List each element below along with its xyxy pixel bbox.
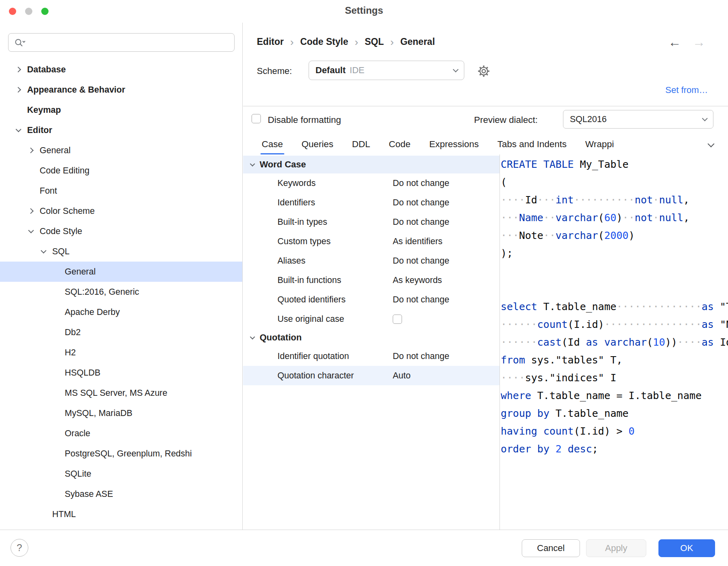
setting-row-built-in-types: Built-in typesDo not change bbox=[243, 212, 499, 232]
sidebar-item-h2[interactable]: H2 bbox=[0, 342, 243, 363]
cancel-button[interactable]: Cancel bbox=[522, 539, 580, 557]
search-icon bbox=[13, 37, 26, 48]
sidebar-item-oracle[interactable]: Oracle bbox=[0, 423, 243, 444]
tab-code[interactable]: Code bbox=[379, 135, 420, 154]
chevron-right-icon[interactable] bbox=[28, 208, 34, 214]
tab-queries[interactable]: Queries bbox=[292, 135, 343, 154]
custom-types-value-dropdown[interactable]: As identifiers bbox=[393, 237, 442, 247]
breadcrumb: Editor›Code Style›SQL›General bbox=[257, 36, 435, 47]
apply-button[interactable]: Apply bbox=[586, 539, 646, 557]
sidebar-item-sqlite[interactable]: SQLite bbox=[0, 464, 243, 484]
code-token: as bbox=[702, 336, 714, 348]
sidebar-item-ms-sql-server-ms-azure[interactable]: MS SQL Server, MS Azure bbox=[0, 383, 243, 403]
scheme-label: Scheme: bbox=[257, 66, 292, 76]
scheme-suffix: IDE bbox=[350, 65, 365, 76]
code-token: ··· bbox=[501, 212, 519, 224]
sidebar-item-appearance-behavior[interactable]: Appearance & Behavior bbox=[0, 80, 243, 100]
sidebar-item-general[interactable]: General bbox=[0, 262, 243, 282]
sidebar-item-label: HTML bbox=[52, 509, 76, 520]
sidebar-item-sql-2016-generic[interactable]: SQL:2016, Generic bbox=[0, 282, 243, 302]
sidebar-item-html[interactable]: HTML bbox=[0, 504, 243, 524]
section-header-word-case[interactable]: Word Case bbox=[243, 156, 499, 173]
setting-label: Identifiers bbox=[277, 198, 393, 208]
code-token: count bbox=[543, 425, 574, 437]
code-token: ················ bbox=[604, 319, 702, 330]
tab-expressions[interactable]: Expressions bbox=[420, 135, 488, 154]
tab-tabs-and-indents[interactable]: Tabs and Indents bbox=[488, 135, 576, 154]
setting-label: Custom types bbox=[277, 237, 393, 247]
use-original-case-checkbox[interactable] bbox=[393, 315, 402, 324]
sidebar-item-apache-derby[interactable]: Apache Derby bbox=[0, 302, 243, 322]
built-in-functions-value-dropdown[interactable]: As keywords bbox=[393, 275, 442, 285]
forward-arrow-icon[interactable]: → bbox=[692, 35, 705, 50]
chevron-down-icon[interactable] bbox=[250, 334, 255, 340]
tabs-overflow-chevron-icon[interactable] bbox=[708, 141, 715, 148]
disable-formatting-checkbox[interactable] bbox=[252, 114, 261, 123]
chevron-down-icon[interactable] bbox=[41, 248, 47, 253]
sidebar-item-general[interactable]: General bbox=[0, 140, 243, 161]
code-token: Note bbox=[519, 230, 543, 241]
sidebar-item-sql[interactable]: SQL bbox=[0, 241, 243, 262]
sidebar-item-keymap[interactable]: Keymap bbox=[0, 100, 243, 120]
identifiers-value-dropdown[interactable]: Do not change bbox=[393, 198, 449, 208]
code-line: CREATE TABLE My_Table bbox=[501, 156, 728, 173]
quoted-identifiers-value-dropdown[interactable]: Do not change bbox=[393, 295, 449, 305]
chevron-down-icon[interactable] bbox=[28, 228, 34, 233]
code-token: order bbox=[501, 443, 531, 455]
sidebar-item-label: HSQLDB bbox=[65, 368, 100, 378]
breadcrumb-item-code-style[interactable]: Code Style bbox=[300, 36, 348, 47]
code-token bbox=[562, 443, 568, 455]
breadcrumb-separator: › bbox=[355, 37, 358, 47]
tab-case[interactable]: Case bbox=[252, 135, 292, 154]
sidebar-item-hsqldb[interactable]: HSQLDB bbox=[0, 363, 243, 383]
setting-row-built-in-functions: Built-in functionsAs keywords bbox=[243, 270, 499, 290]
section-header-quotation[interactable]: Quotation bbox=[243, 329, 499, 346]
sidebar-item-mysql-mariadb[interactable]: MySQL, MariaDB bbox=[0, 403, 243, 423]
code-token: ( bbox=[647, 336, 653, 348]
breadcrumb-item-editor[interactable]: Editor bbox=[257, 36, 284, 47]
help-button[interactable]: ? bbox=[11, 539, 28, 557]
header-divider bbox=[243, 106, 728, 106]
chevron-down-icon[interactable] bbox=[16, 127, 21, 132]
code-token: varchar bbox=[555, 230, 598, 241]
chevron-right-icon[interactable] bbox=[28, 148, 34, 153]
sidebar-item-color-scheme[interactable]: Color Scheme bbox=[0, 201, 243, 221]
built-in-types-value-dropdown[interactable]: Do not change bbox=[393, 217, 449, 227]
sidebar-item-font[interactable]: Font bbox=[0, 181, 243, 201]
scheme-dropdown[interactable]: Default IDE bbox=[309, 61, 464, 80]
settings-search-box[interactable] bbox=[8, 33, 235, 52]
chevron-down-icon[interactable] bbox=[250, 161, 255, 167]
chevron-right-icon[interactable] bbox=[15, 87, 21, 93]
sidebar-item-database[interactable]: Database bbox=[0, 59, 243, 80]
back-arrow-icon[interactable]: ← bbox=[668, 35, 681, 50]
breadcrumb-item-sql[interactable]: SQL bbox=[365, 36, 384, 47]
setting-label: Use original case bbox=[277, 314, 393, 324]
quotation-character-value-dropdown[interactable]: Auto bbox=[393, 371, 411, 381]
tab-wrappi[interactable]: Wrappi bbox=[576, 135, 623, 154]
sidebar-item-sybase-ase[interactable]: Sybase ASE bbox=[0, 484, 243, 504]
chevron-down-icon bbox=[453, 67, 459, 72]
code-line: having count(I.id) > 0 bbox=[501, 422, 728, 440]
sidebar-item-label: Code Editing bbox=[40, 166, 89, 176]
sidebar-item-label: Oracle bbox=[65, 429, 90, 439]
scheme-gear-icon[interactable] bbox=[477, 65, 490, 79]
set-from-link[interactable]: Set from… bbox=[665, 85, 708, 95]
search-input[interactable] bbox=[29, 34, 234, 51]
sidebar-item-code-style[interactable]: Code Style bbox=[0, 221, 243, 241]
sidebar-item-db2[interactable]: Db2 bbox=[0, 322, 243, 342]
case-settings-panel: Word CaseKeywordsDo not changeIdentifier… bbox=[243, 156, 499, 385]
code-line: ···Name··varchar(60)··not·null, bbox=[501, 209, 728, 227]
code-line: ( bbox=[501, 173, 728, 191]
ok-button[interactable]: OK bbox=[658, 539, 715, 557]
sidebar-item-code-editing[interactable]: Code Editing bbox=[0, 161, 243, 181]
sidebar-item-editor[interactable]: Editor bbox=[0, 120, 243, 140]
tab-ddl[interactable]: DDL bbox=[343, 135, 379, 154]
aliases-value-dropdown[interactable]: Do not change bbox=[393, 256, 449, 266]
sidebar-item-postgresql-greenplum-redshi[interactable]: PostgreSQL, Greenplum, Redshi bbox=[0, 444, 243, 464]
preview-dialect-dropdown[interactable]: SQL2016 bbox=[563, 110, 713, 129]
sidebar-item-label: Sybase ASE bbox=[65, 489, 113, 499]
keywords-value-dropdown[interactable]: Do not change bbox=[393, 178, 449, 188]
identifier-quotation-value-dropdown[interactable]: Do not change bbox=[393, 351, 449, 361]
chevron-right-icon[interactable] bbox=[15, 67, 21, 72]
breadcrumb-item-general[interactable]: General bbox=[400, 36, 435, 47]
